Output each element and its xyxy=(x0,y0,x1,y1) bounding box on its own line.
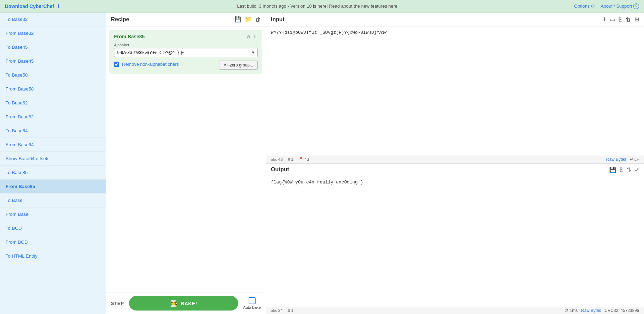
output-line-count: ≡ 1 xyxy=(288,308,293,313)
output-timing: ⏱ 1ms xyxy=(564,308,578,313)
recipe-header: Recipe 💾 📁 🗑 xyxy=(106,13,266,26)
options-button[interactable]: Options ⚙ xyxy=(574,3,595,9)
main-layout: To Base32From Base32To Base45From Base45… xyxy=(0,13,644,314)
alphabet-dropdown-icon[interactable]: ▼ xyxy=(249,50,257,55)
chef-icon: 👨‍🍳 xyxy=(170,299,178,307)
output-status-right: ⏱ 1ms Raw Bytes CRC32: 45723896 xyxy=(564,308,639,313)
sidebar-item-show-base64-offsets[interactable]: Show Base64 offsets xyxy=(0,152,106,166)
save-recipe-button[interactable]: 💾 xyxy=(234,16,241,23)
input-line-count: ≡ 1 xyxy=(288,157,293,162)
sidebar-item-from-base64[interactable]: From Base64 xyxy=(0,138,106,152)
sidebar-item-to-base64[interactable]: To Base64 xyxy=(0,124,106,138)
remove-nonalpha-checkbox[interactable] xyxy=(114,62,119,67)
gear-icon: ⚙ xyxy=(591,3,595,9)
input-section: Input + ▭ ⎘ 🗑 ⊞ W^7?+dsi@bUwJTfUt=_GUvgz… xyxy=(266,13,644,164)
paste-input-button[interactable]: ⎘ xyxy=(619,16,622,23)
replace-input-button[interactable]: ⇅ xyxy=(627,166,631,173)
alphabet-label: Alphabet xyxy=(114,43,258,47)
bake-button[interactable]: 👨‍🍳 BAKE! xyxy=(129,296,238,311)
expand-output-button[interactable]: ⤢ xyxy=(635,166,639,173)
input-title: Input xyxy=(271,16,284,23)
input-encoding[interactable]: Raw Bytes xyxy=(606,157,626,162)
sidebar-item-to-base[interactable]: To Base xyxy=(0,194,106,207)
recipe-footer: STEP 👨‍🍳 BAKE! Auto Bake xyxy=(106,292,266,314)
input-icons: + ▭ ⎘ 🗑 ⊞ xyxy=(602,15,639,23)
operation-controls: ⊘ ⏸ xyxy=(247,34,258,39)
recipe-title: Recipe xyxy=(111,16,129,23)
auto-bake-label: Auto Bake xyxy=(243,305,261,309)
input-char-count: abc 43 xyxy=(271,157,283,162)
remove-nonalpha-row: Remove non-alphabet chars xyxy=(114,62,179,67)
sidebar-item-from-base32[interactable]: From Base32 xyxy=(0,26,106,40)
delete-recipe-button[interactable]: 🗑 xyxy=(255,16,261,23)
input-header: Input + ▭ ⎘ 🗑 ⊞ xyxy=(266,13,644,26)
recipe-content: From Base85 ⊘ ⏸ Alphabet ▼ Remove non-al… xyxy=(106,26,266,292)
sidebar-item-to-html-entity[interactable]: To HTML Entity xyxy=(0,249,106,263)
grid-input-button[interactable]: ⊞ xyxy=(635,16,639,23)
output-status-left: abc 34 ≡ 1 xyxy=(271,308,293,313)
sidebar-item-from-base58[interactable]: From Base58 xyxy=(0,82,106,96)
operation-card-header: From Base85 ⊘ ⏸ xyxy=(114,34,258,39)
auto-bake-checkbox[interactable] xyxy=(249,297,256,304)
about-support-button[interactable]: About / Support ? xyxy=(601,3,639,9)
alphabet-input[interactable] xyxy=(114,48,249,57)
input-status-left: abc 43 ≡ 1 📍 43 xyxy=(271,157,309,162)
sidebar-item-to-base32[interactable]: To Base32 xyxy=(0,13,106,26)
output-encoding[interactable]: Raw Bytes xyxy=(581,308,601,313)
input-statusbar: abc 43 ≡ 1 📍 43 Raw Bytes ↵ LF xyxy=(266,156,644,163)
sidebar-item-to-bcd[interactable]: To BCD xyxy=(0,221,106,235)
sidebar-item-to-base62[interactable]: To Base62 xyxy=(0,96,106,110)
output-char-count: abc 34 xyxy=(271,308,283,313)
sidebar-item-to-base85[interactable]: To Base85 xyxy=(0,166,106,180)
output-statusbar: abc 34 ≡ 1 ⏱ 1ms Raw Bytes CRC32: 457238… xyxy=(266,307,644,314)
delete-input-button[interactable]: 🗑 xyxy=(626,16,631,23)
recipe-panel: Recipe 💾 📁 🗑 From Base85 ⊘ ⏸ Alphabet xyxy=(106,13,266,314)
tab-input-button[interactable]: ▭ xyxy=(610,16,615,23)
alphabet-input-row: ▼ xyxy=(114,48,258,57)
auto-bake-toggle[interactable]: Auto Bake xyxy=(243,297,261,309)
output-crc32: CRC32: 45723896 xyxy=(605,308,639,313)
input-newline: ↵ LF xyxy=(630,157,639,162)
sidebar-item-from-base62[interactable]: From Base62 xyxy=(0,110,106,124)
output-header: Output 💾 ⎘ ⇅ ⤢ xyxy=(266,164,644,176)
input-textarea[interactable]: W^7?+dsi@bUwJTfUt=_GUvgz(F)?{xWo~0IWHD}M… xyxy=(266,26,644,156)
topbar: Download CyberChef ⬇ Last build: 3 month… xyxy=(0,0,644,13)
sidebar-item-from-bcd[interactable]: From BCD xyxy=(0,235,106,249)
cyberchef-label: Download CyberChef xyxy=(5,3,54,9)
recipe-header-icons: 💾 📁 🗑 xyxy=(234,16,261,23)
all-zero-button[interactable]: All-zero group... xyxy=(219,61,258,70)
operation-card-from-base85: From Base85 ⊘ ⏸ Alphabet ▼ Remove non-al… xyxy=(110,30,262,73)
output-value: flag{W0W_y0u_c4n_rea11y_enc0d1ng!} xyxy=(271,180,363,185)
output-title: Output xyxy=(271,166,289,173)
input-status-right: Raw Bytes ↵ LF xyxy=(606,157,639,162)
sidebar-item-from-base85[interactable]: From Base85 xyxy=(0,180,106,194)
sidebar-item-to-base45[interactable]: To Base45 xyxy=(0,40,106,54)
build-notice: Last build: 3 months ago - Version 10 is… xyxy=(237,3,397,9)
sidebar: To Base32From Base32To Base45From Base45… xyxy=(0,13,106,314)
remove-nonalpha-label[interactable]: Remove non-alphabet chars xyxy=(122,62,179,67)
bake-label: BAKE! xyxy=(180,300,197,306)
input-position: 📍 43 xyxy=(298,157,309,162)
sidebar-item-to-base58[interactable]: To Base58 xyxy=(0,68,106,82)
io-panel: Input + ▭ ⎘ 🗑 ⊞ W^7?+dsi@bUwJTfUt=_GUvgz… xyxy=(266,13,644,314)
copy-output-button[interactable]: ⎘ xyxy=(620,166,623,173)
load-recipe-button[interactable]: 📁 xyxy=(245,16,252,23)
step-button[interactable]: STEP xyxy=(111,301,124,306)
output-section: Output 💾 ⎘ ⇅ ⤢ flag{W0W_y0u_c4n_rea11y_e… xyxy=(266,164,644,314)
download-icon: ⬇ xyxy=(56,3,61,9)
download-link[interactable]: Download CyberChef ⬇ xyxy=(5,3,61,9)
disable-operation-button[interactable]: ⊘ xyxy=(247,34,250,39)
sidebar-item-from-base[interactable]: From Base xyxy=(0,207,106,221)
save-output-button[interactable]: 💾 xyxy=(609,166,616,173)
sidebar-item-from-base45[interactable]: From Base45 xyxy=(0,54,106,68)
operation-name: From Base85 xyxy=(114,34,145,39)
question-icon: ? xyxy=(633,3,639,9)
output-content: flag{W0W_y0u_c4n_rea11y_enc0d1ng!} xyxy=(266,176,644,307)
topbar-right: Options ⚙ About / Support ? xyxy=(574,3,639,9)
output-icons: 💾 ⎘ ⇅ ⤢ xyxy=(609,166,639,173)
pause-operation-button[interactable]: ⏸ xyxy=(253,34,258,39)
add-input-button[interactable]: + xyxy=(602,15,606,23)
